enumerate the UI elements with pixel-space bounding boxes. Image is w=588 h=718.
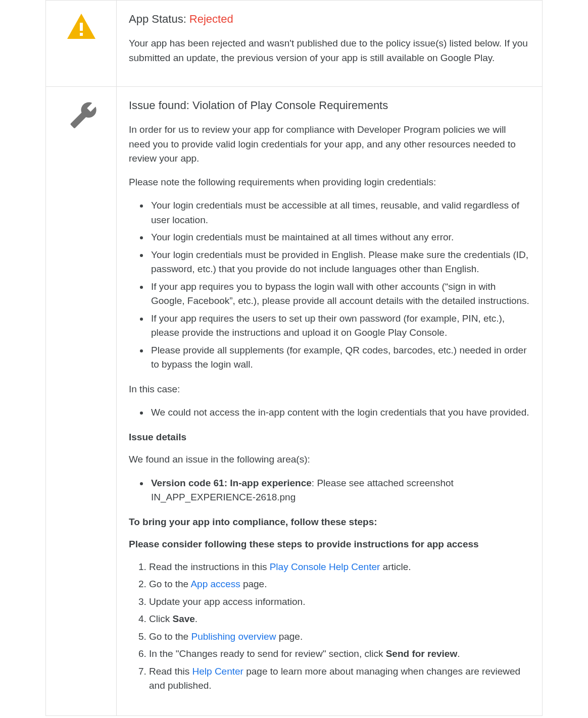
- compliance-heading: To bring your app into compliance, follo…: [129, 515, 530, 530]
- notice-table: App Status: Rejected Your app has been r…: [45, 0, 543, 716]
- list-item: Please provide all supplements (for exam…: [149, 343, 530, 372]
- list-item: Your login credentials must be provided …: [149, 248, 530, 277]
- list-item: Your login credentials must be accessibl…: [149, 198, 530, 227]
- warning-icon: [66, 31, 96, 42]
- list-item: Update your app access information.: [149, 595, 530, 609]
- list-item: Go to the Publishing overview page.: [149, 630, 530, 644]
- list-item: Version code 61: In-app experience: Plea…: [149, 476, 530, 505]
- wrench-icon: [65, 101, 97, 129]
- svg-rect-2: [80, 33, 83, 36]
- app-access-link[interactable]: App access: [190, 579, 240, 589]
- list-item: Go to the App access page.: [149, 577, 530, 592]
- help-center-link[interactable]: Help Center: [192, 666, 243, 677]
- consider-heading: Please consider following these steps to…: [129, 537, 530, 552]
- svg-rect-1: [80, 23, 83, 31]
- issue-title: Issue found: Violation of Play Console R…: [129, 97, 530, 114]
- in-this-case-label: In this case:: [129, 382, 530, 397]
- version-code-label: Version code 61: In-app experience: [151, 478, 312, 488]
- save-label: Save: [172, 613, 194, 624]
- list-item: Your login credentials must be maintaine…: [149, 230, 530, 245]
- requirements-lead: Please note the following requirements w…: [129, 175, 530, 190]
- issue-intro: In order for us to review your app for c…: [129, 123, 530, 166]
- publishing-overview-link[interactable]: Publishing overview: [191, 631, 276, 642]
- list-item: We could not access the in-app content w…: [149, 405, 530, 420]
- play-console-help-link[interactable]: Play Console Help Center: [270, 561, 380, 572]
- list-item: If your app requires the users to set up…: [149, 312, 530, 340]
- send-for-review-label: Send for review: [386, 648, 458, 659]
- issue-details-heading: Issue details: [129, 430, 530, 445]
- app-status-title: App Status: Rejected: [129, 11, 530, 27]
- status-description: Your app has been rejected and wasn't pu…: [129, 36, 530, 65]
- issue-details-lead: We found an issue in the following area(…: [129, 452, 530, 467]
- requirements-list: Your login credentials must be accessibl…: [129, 198, 530, 372]
- in-this-case-list: We could not access the in-app content w…: [129, 405, 530, 420]
- issue-details-list: Version code 61: In-app experience: Plea…: [129, 476, 530, 505]
- list-item: Click Save.: [149, 612, 530, 627]
- list-item: Read the instructions in this Play Conso…: [149, 560, 530, 575]
- list-item: In the "Changes ready to send for review…: [149, 647, 530, 661]
- list-item: Read this Help Center page to learn more…: [149, 664, 530, 693]
- status-label: App Status:: [129, 13, 189, 25]
- list-item: If your app requires you to bypass the l…: [149, 280, 530, 309]
- steps-list: Read the instructions in this Play Conso…: [129, 560, 530, 693]
- status-value: Rejected: [189, 13, 233, 25]
